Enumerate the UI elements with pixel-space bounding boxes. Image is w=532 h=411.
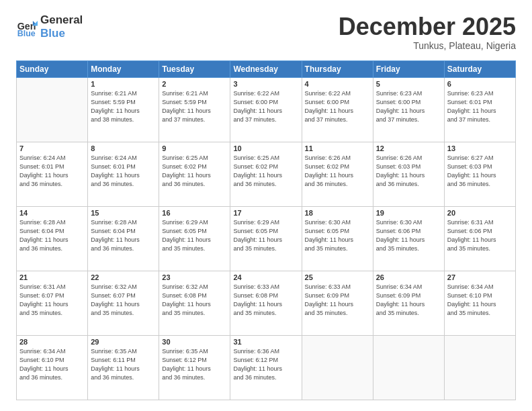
- day-info: Sunrise: 6:34 AM Sunset: 6:09 PM Dayligh…: [376, 283, 441, 318]
- calendar-day-cell: 7Sunrise: 6:24 AM Sunset: 6:01 PM Daylig…: [17, 142, 88, 206]
- calendar-week-row: 7Sunrise: 6:24 AM Sunset: 6:01 PM Daylig…: [17, 142, 516, 206]
- day-info: Sunrise: 6:23 AM Sunset: 6:00 PM Dayligh…: [376, 89, 441, 124]
- calendar-day-cell: 16Sunrise: 6:29 AM Sunset: 6:05 PM Dayli…: [159, 206, 230, 271]
- col-header-thursday: Thursday: [302, 60, 373, 77]
- calendar-day-cell: 22Sunrise: 6:32 AM Sunset: 6:07 PM Dayli…: [88, 271, 159, 335]
- day-number: 10: [233, 144, 298, 152]
- day-number: 7: [19, 144, 85, 152]
- logo-icon: Gen Blue: [16, 16, 38, 38]
- calendar-day-cell: 1Sunrise: 6:21 AM Sunset: 5:59 PM Daylig…: [88, 77, 159, 142]
- calendar-week-row: 21Sunrise: 6:31 AM Sunset: 6:07 PM Dayli…: [17, 271, 516, 335]
- day-info: Sunrise: 6:21 AM Sunset: 5:59 PM Dayligh…: [91, 89, 156, 124]
- day-number: 28: [19, 338, 85, 346]
- day-info: Sunrise: 6:28 AM Sunset: 6:04 PM Dayligh…: [91, 218, 156, 253]
- day-number: 3: [233, 80, 298, 88]
- day-info: Sunrise: 6:21 AM Sunset: 5:59 PM Dayligh…: [162, 89, 227, 124]
- col-header-friday: Friday: [373, 60, 444, 77]
- calendar-day-cell: 13Sunrise: 6:27 AM Sunset: 6:03 PM Dayli…: [444, 142, 515, 206]
- calendar-week-row: 14Sunrise: 6:28 AM Sunset: 6:04 PM Dayli…: [17, 206, 516, 271]
- day-number: 6: [447, 80, 513, 88]
- header: Gen Blue General Blue December 2025 Tunk…: [16, 13, 516, 51]
- day-number: 19: [376, 209, 441, 217]
- day-info: Sunrise: 6:22 AM Sunset: 6:00 PM Dayligh…: [305, 89, 370, 124]
- day-number: 15: [91, 209, 156, 217]
- day-number: 25: [305, 273, 370, 281]
- day-number: 18: [305, 209, 370, 217]
- day-number: 12: [376, 144, 441, 152]
- day-info: Sunrise: 6:32 AM Sunset: 6:07 PM Dayligh…: [91, 283, 156, 318]
- calendar-day-cell: 29Sunrise: 6:35 AM Sunset: 6:11 PM Dayli…: [88, 335, 159, 400]
- day-info: Sunrise: 6:32 AM Sunset: 6:08 PM Dayligh…: [162, 283, 227, 318]
- day-info: Sunrise: 6:22 AM Sunset: 6:00 PM Dayligh…: [233, 89, 298, 124]
- col-header-wednesday: Wednesday: [230, 60, 302, 77]
- calendar-day-cell: 11Sunrise: 6:26 AM Sunset: 6:02 PM Dayli…: [302, 142, 373, 206]
- day-info: Sunrise: 6:35 AM Sunset: 6:12 PM Dayligh…: [162, 347, 227, 382]
- svg-text:Blue: Blue: [17, 29, 36, 38]
- calendar-day-cell: 12Sunrise: 6:26 AM Sunset: 6:03 PM Dayli…: [373, 142, 444, 206]
- day-number: 4: [305, 80, 370, 88]
- calendar-week-row: 1Sunrise: 6:21 AM Sunset: 5:59 PM Daylig…: [17, 77, 516, 142]
- calendar-day-cell: 18Sunrise: 6:30 AM Sunset: 6:05 PM Dayli…: [302, 206, 373, 271]
- page: Gen Blue General Blue December 2025 Tunk…: [0, 0, 532, 411]
- day-number: 17: [233, 209, 298, 217]
- day-number: 21: [19, 273, 85, 281]
- col-header-sunday: Sunday: [17, 60, 88, 77]
- day-number: 13: [447, 144, 513, 152]
- day-number: 14: [19, 209, 85, 217]
- calendar-day-cell: [373, 335, 444, 400]
- day-info: Sunrise: 6:28 AM Sunset: 6:04 PM Dayligh…: [19, 218, 85, 253]
- day-info: Sunrise: 6:31 AM Sunset: 6:07 PM Dayligh…: [19, 283, 85, 318]
- calendar-day-cell: 17Sunrise: 6:29 AM Sunset: 6:05 PM Dayli…: [230, 206, 302, 271]
- calendar-day-cell: 6Sunrise: 6:23 AM Sunset: 6:01 PM Daylig…: [444, 77, 515, 142]
- day-info: Sunrise: 6:25 AM Sunset: 6:02 PM Dayligh…: [162, 154, 227, 189]
- day-number: 9: [162, 144, 227, 152]
- day-number: 8: [91, 144, 156, 152]
- calendar-day-cell: 31Sunrise: 6:36 AM Sunset: 6:12 PM Dayli…: [230, 335, 302, 400]
- day-number: 2: [162, 80, 227, 88]
- calendar-day-cell: 27Sunrise: 6:34 AM Sunset: 6:10 PM Dayli…: [444, 271, 515, 335]
- day-info: Sunrise: 6:27 AM Sunset: 6:03 PM Dayligh…: [447, 154, 513, 189]
- day-info: Sunrise: 6:30 AM Sunset: 6:06 PM Dayligh…: [376, 218, 441, 253]
- calendar-header-row: SundayMondayTuesdayWednesdayThursdayFrid…: [17, 60, 516, 77]
- day-number: 24: [233, 273, 298, 281]
- location-subtitle: Tunkus, Plateau, Nigeria: [339, 40, 516, 51]
- calendar-day-cell: 4Sunrise: 6:22 AM Sunset: 6:00 PM Daylig…: [302, 77, 373, 142]
- col-header-monday: Monday: [88, 60, 159, 77]
- day-info: Sunrise: 6:24 AM Sunset: 6:01 PM Dayligh…: [19, 154, 85, 189]
- day-info: Sunrise: 6:34 AM Sunset: 6:10 PM Dayligh…: [19, 347, 85, 382]
- day-info: Sunrise: 6:31 AM Sunset: 6:06 PM Dayligh…: [447, 218, 513, 253]
- calendar-day-cell: 19Sunrise: 6:30 AM Sunset: 6:06 PM Dayli…: [373, 206, 444, 271]
- day-info: Sunrise: 6:35 AM Sunset: 6:11 PM Dayligh…: [91, 347, 156, 382]
- day-number: 31: [233, 338, 298, 346]
- day-number: 22: [91, 273, 156, 281]
- calendar-week-row: 28Sunrise: 6:34 AM Sunset: 6:10 PM Dayli…: [17, 335, 516, 400]
- day-info: Sunrise: 6:30 AM Sunset: 6:05 PM Dayligh…: [305, 218, 370, 253]
- logo-blue: Blue: [40, 27, 83, 40]
- day-number: 26: [376, 273, 441, 281]
- day-info: Sunrise: 6:29 AM Sunset: 6:05 PM Dayligh…: [233, 218, 298, 253]
- day-number: 23: [162, 273, 227, 281]
- day-info: Sunrise: 6:24 AM Sunset: 6:01 PM Dayligh…: [91, 154, 156, 189]
- day-number: 16: [162, 209, 227, 217]
- calendar-day-cell: 10Sunrise: 6:25 AM Sunset: 6:02 PM Dayli…: [230, 142, 302, 206]
- day-number: 30: [162, 338, 227, 346]
- col-header-saturday: Saturday: [444, 60, 515, 77]
- calendar-day-cell: 23Sunrise: 6:32 AM Sunset: 6:08 PM Dayli…: [159, 271, 230, 335]
- calendar-day-cell: 20Sunrise: 6:31 AM Sunset: 6:06 PM Dayli…: [444, 206, 515, 271]
- calendar-day-cell: [302, 335, 373, 400]
- col-header-tuesday: Tuesday: [159, 60, 230, 77]
- day-info: Sunrise: 6:26 AM Sunset: 6:02 PM Dayligh…: [305, 154, 370, 189]
- calendar-day-cell: [17, 77, 88, 142]
- calendar-day-cell: 28Sunrise: 6:34 AM Sunset: 6:10 PM Dayli…: [17, 335, 88, 400]
- day-number: 20: [447, 209, 513, 217]
- title-block: December 2025 Tunkus, Plateau, Nigeria: [339, 13, 516, 51]
- calendar-day-cell: 24Sunrise: 6:33 AM Sunset: 6:08 PM Dayli…: [230, 271, 302, 335]
- calendar-day-cell: 21Sunrise: 6:31 AM Sunset: 6:07 PM Dayli…: [17, 271, 88, 335]
- calendar-day-cell: 5Sunrise: 6:23 AM Sunset: 6:00 PM Daylig…: [373, 77, 444, 142]
- day-info: Sunrise: 6:23 AM Sunset: 6:01 PM Dayligh…: [447, 89, 513, 124]
- day-number: 29: [91, 338, 156, 346]
- day-number: 11: [305, 144, 370, 152]
- day-info: Sunrise: 6:36 AM Sunset: 6:12 PM Dayligh…: [233, 347, 298, 382]
- day-info: Sunrise: 6:33 AM Sunset: 6:09 PM Dayligh…: [305, 283, 370, 318]
- day-info: Sunrise: 6:33 AM Sunset: 6:08 PM Dayligh…: [233, 283, 298, 318]
